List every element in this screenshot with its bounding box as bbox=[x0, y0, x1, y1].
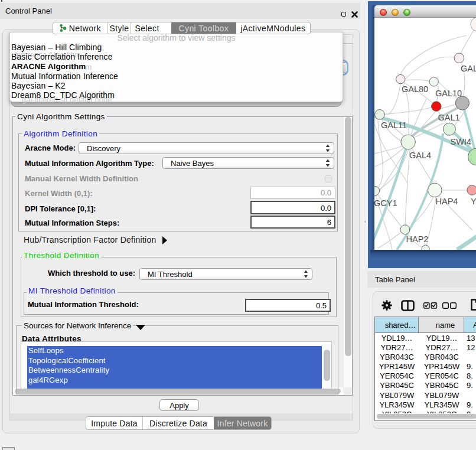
svg-text:Y: Y bbox=[471, 197, 476, 206]
svg-text:GAL4: GAL4 bbox=[409, 151, 431, 160]
svg-text:GAL80: GAL80 bbox=[402, 84, 428, 94]
svg-text:GAL11: GAL11 bbox=[381, 120, 407, 130]
svg-text:GAL10: GAL10 bbox=[435, 89, 462, 98]
svg-text:GAL7: GAL7 bbox=[461, 64, 476, 73]
svg-text:GCY1: GCY1 bbox=[374, 198, 397, 208]
svg-text:HAP4: HAP4 bbox=[436, 197, 458, 206]
svg-text:GAL1: GAL1 bbox=[438, 113, 460, 122]
svg-text:SWI4: SWI4 bbox=[451, 137, 471, 146]
svg-text:HAP2: HAP2 bbox=[406, 234, 429, 244]
